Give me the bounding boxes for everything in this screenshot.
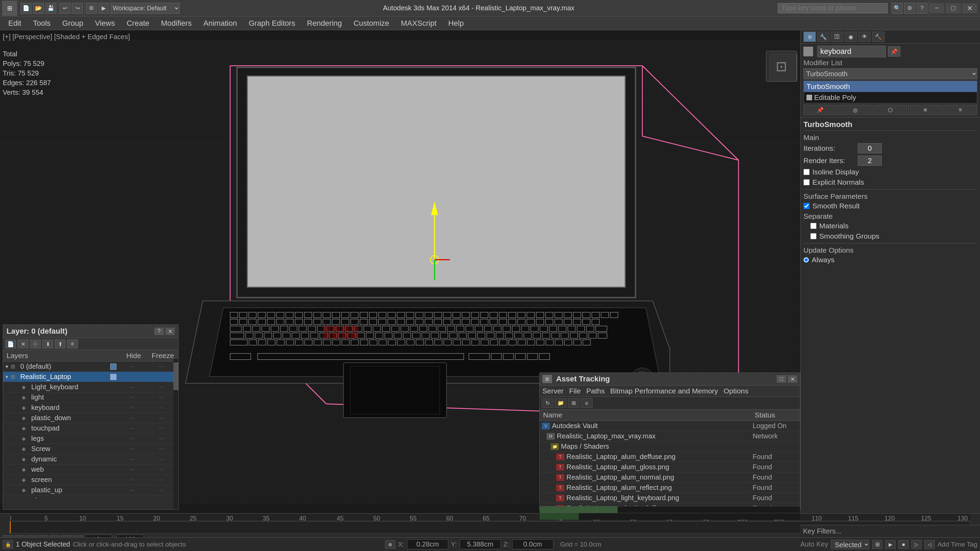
layer-item-screw[interactable]: ◈ Screw ··· ···	[3, 444, 178, 454]
layers-close-btn[interactable]: ✕	[165, 327, 175, 335]
set-key-btn[interactable]: ⊞	[872, 540, 883, 549]
render-iters-input[interactable]	[858, 156, 882, 166]
asset-vault[interactable]: V Autodesk Vault Logged On	[539, 421, 800, 431]
make-unique-btn[interactable]: ⬡	[873, 105, 907, 115]
explicit-normals-checkbox[interactable]	[803, 179, 810, 186]
minimize-btn[interactable]: −	[929, 3, 944, 13]
menu-graph-editors[interactable]: Graph Editors	[243, 16, 301, 30]
layers-scrollbar[interactable]	[173, 359, 178, 510]
menu-group[interactable]: Group	[57, 16, 89, 30]
asset-main-file[interactable]: M Realistic_Laptop_max_vray.max Network	[539, 431, 800, 441]
menu-customize[interactable]: Customize	[348, 16, 395, 30]
menu-modifiers[interactable]: Modifiers	[156, 16, 197, 30]
asset-menu-file[interactable]: File	[569, 387, 581, 395]
modifier-turbosmooth[interactable]: TurboSmooth	[804, 81, 977, 92]
add-selection-btn[interactable]: ➕	[30, 340, 41, 348]
asset-close-btn[interactable]: ✕	[788, 375, 797, 383]
layer-item-light-keyboard[interactable]: ◈ Light_keyboard ··· ···	[3, 382, 178, 392]
menu-create[interactable]: Create	[121, 16, 155, 30]
layer-item-legs[interactable]: ◈ legs ··· ···	[3, 433, 178, 444]
new-layer-btn[interactable]: 📄	[5, 340, 16, 348]
show-end-result-btn[interactable]: ◎	[838, 105, 872, 115]
layer-item-touchpad[interactable]: ◈ touchpad ··· ···	[3, 423, 178, 433]
layer-item-keyboard[interactable]: ◈ keyboard ··· ···	[3, 403, 178, 413]
menu-help[interactable]: Help	[443, 16, 469, 30]
create-panel-btn[interactable]: ⊕	[803, 32, 816, 42]
next-key-btn[interactable]: ▷	[911, 540, 922, 549]
configure-sets-btn[interactable]: ≡	[943, 105, 977, 115]
asset-menu-options[interactable]: Options	[724, 387, 748, 395]
pin-stack-btn[interactable]: 📌	[803, 105, 837, 115]
layers-scrollbar-thumb[interactable]	[173, 362, 178, 390]
asset-maximize-btn[interactable]: □	[776, 375, 786, 383]
asset-tex-1[interactable]: T Realistic_Laptop_alum_deffuse.png Foun…	[539, 452, 800, 462]
motion-panel-btn[interactable]: ◉	[845, 32, 857, 42]
z-coord[interactable]	[512, 539, 554, 549]
maximize-btn[interactable]: □	[946, 3, 961, 13]
modifier-dropdown[interactable]: TurboSmooth	[803, 68, 977, 79]
menu-animation[interactable]: Animation	[198, 16, 242, 30]
settings-btn[interactable]: ⚙	[904, 3, 915, 14]
viewport-nav-cube[interactable]: ⊡	[766, 51, 797, 82]
display-panel-btn[interactable]: 👁	[858, 32, 871, 42]
smooth-result-checkbox[interactable]	[803, 203, 810, 209]
remove-modifier-btn[interactable]: ✕	[908, 105, 942, 115]
isoline-checkbox[interactable]	[803, 169, 810, 175]
play-anim-btn[interactable]: ▶	[885, 540, 896, 549]
layer-item-web[interactable]: ◈ web ··· ···	[3, 464, 178, 475]
menu-tools[interactable]: Tools	[27, 16, 56, 30]
layers-help-btn[interactable]: ?	[154, 327, 164, 335]
open-btn[interactable]: 📂	[33, 3, 44, 14]
object-name-input[interactable]	[817, 46, 886, 57]
workspace-dropdown[interactable]: Workspace: Default	[111, 3, 180, 14]
layer-item-0[interactable]: ▼ ⊞ 0 (default) ··· ···	[3, 362, 178, 372]
search-btn[interactable]: 🔍	[892, 3, 903, 14]
autokey-dropdown[interactable]: Selected	[831, 540, 869, 549]
layer-item-plastic-up[interactable]: ◈ plastic_up ··· ···	[3, 485, 178, 495]
utilities-panel-btn[interactable]: 🔨	[872, 32, 885, 42]
layer-settings-btn[interactable]: ≡	[67, 340, 78, 348]
asset-menu-paths[interactable]: Paths	[586, 387, 605, 395]
asset-maps-folder[interactable]: 📁 Maps / Shaders	[539, 441, 800, 452]
merge-layers-btn[interactable]: ⬆	[55, 340, 65, 348]
asset-table-btn[interactable]: ≡	[581, 398, 593, 408]
layer-item-alum-up[interactable]: ◈ alum_up ··· ···	[3, 495, 178, 498]
redo-btn[interactable]: ↪	[72, 3, 83, 14]
render-btn[interactable]: ▶	[98, 3, 109, 14]
asset-refresh-btn[interactable]: ↻	[542, 398, 554, 408]
layer-item-screen[interactable]: ◈ screen ··· ···	[3, 475, 178, 485]
asset-menu-bitmap[interactable]: Bitmap Performance and Memory	[610, 387, 718, 395]
menu-views[interactable]: Views	[89, 16, 120, 30]
editable-poly-item[interactable]: Editable Poly	[804, 92, 977, 103]
help-btn[interactable]: ?	[916, 3, 928, 14]
modify-panel-btn[interactable]: 🔧	[817, 32, 830, 42]
asset-tex-5[interactable]: T Realistic_Laptop_light_keyboard.png Fo…	[539, 493, 800, 503]
timeline-scrubber[interactable]	[10, 521, 11, 533]
smoothing-groups-checkbox[interactable]	[810, 233, 816, 239]
materials-checkbox[interactable]	[810, 223, 816, 229]
menu-rendering[interactable]: Rendering	[302, 16, 348, 30]
y-coord[interactable]	[460, 539, 501, 549]
layer-item-plastic-down[interactable]: ◈ plastic_down ··· ···	[3, 413, 178, 423]
layer-item-light[interactable]: ◈ light ··· ···	[3, 392, 178, 403]
menu-maxscript[interactable]: MAXScript	[395, 16, 442, 30]
render-settings-btn[interactable]: ⚙	[86, 3, 97, 14]
always-radio[interactable]	[803, 257, 809, 263]
asset-paths-btn[interactable]: 📁	[555, 398, 566, 408]
asset-copy-btn[interactable]: ⊞	[568, 398, 579, 408]
select-objects-btn[interactable]: ⬇	[42, 340, 53, 348]
hierarchy-panel-btn[interactable]: ⚿	[831, 32, 843, 42]
undo-btn[interactable]: ↩	[59, 3, 70, 14]
asset-menu-server[interactable]: Server	[542, 387, 564, 395]
layer-item-dynamic[interactable]: ◈ dynamic ··· ···	[3, 454, 178, 464]
asset-tex-4[interactable]: T Realistic_Laptop_alum_reflect.png Foun…	[539, 483, 800, 493]
search-input[interactable]	[778, 3, 888, 13]
asset-tex-2[interactable]: T Realistic_Laptop_alum_gloss.png Found	[539, 462, 800, 472]
asset-tex-6[interactable]: T Realistic_Laptop_plastic_deffuse.png F…	[539, 503, 800, 506]
new-btn[interactable]: 📄	[21, 3, 32, 14]
close-btn[interactable]: ✕	[962, 3, 977, 13]
x-coord[interactable]	[407, 539, 448, 549]
prev-key-btn[interactable]: ◁	[924, 540, 935, 549]
pin-btn[interactable]: 📌	[888, 46, 900, 57]
stop-anim-btn[interactable]: ■	[898, 540, 908, 549]
